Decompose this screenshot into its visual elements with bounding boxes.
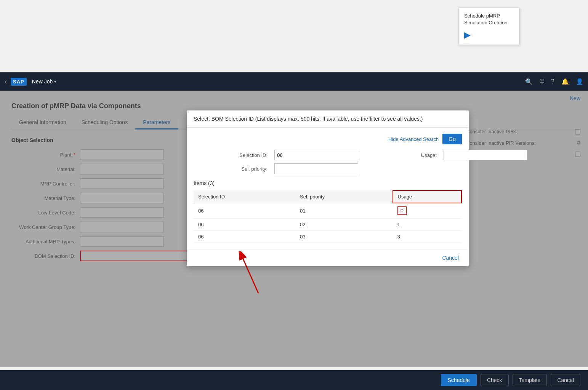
sel-priority-label: Sel. priority: bbox=[194, 166, 270, 172]
modal-footer: Cancel bbox=[187, 249, 469, 266]
nav-title: New Job ▾ bbox=[32, 78, 56, 85]
row1-usage: P bbox=[393, 203, 461, 219]
col-sel-priority: Sel. priority bbox=[295, 190, 393, 203]
tooltip-title: Schedule pMRP Simulation Creation bbox=[464, 13, 514, 26]
table-header-row: Selection ID Sel. priority Usage bbox=[194, 190, 461, 203]
usage-highlighted: P bbox=[397, 206, 407, 215]
items-count: Items (3) bbox=[194, 180, 462, 186]
sel-priority-input[interactable] bbox=[274, 163, 358, 174]
modal-body: Hide Advanced Search Go Selection ID: Us… bbox=[187, 128, 469, 249]
modal-table: Selection ID Sel. priority Usage 06 01 P… bbox=[194, 190, 462, 243]
row3-usage: 3 bbox=[393, 231, 461, 243]
col-selection-id: Selection ID bbox=[194, 190, 295, 203]
table-row[interactable]: 06 02 1 bbox=[194, 219, 461, 231]
modal-dialog: Select: BOM Selection ID (List displays … bbox=[187, 110, 469, 266]
selection-id-input[interactable] bbox=[274, 150, 358, 160]
search-icon[interactable]: 🔍 bbox=[525, 78, 533, 85]
row3-selection-id: 06 bbox=[194, 231, 295, 243]
usage-label: Usage: bbox=[363, 152, 439, 158]
row2-selection-id: 06 bbox=[194, 219, 295, 231]
bottom-cancel-button[interactable]: Cancel bbox=[551, 374, 580, 386]
row3-sel-priority: 03 bbox=[295, 231, 393, 243]
tooltip-arrow-icon: ▶ bbox=[464, 30, 514, 40]
go-button[interactable]: Go bbox=[442, 134, 462, 144]
table-row[interactable]: 06 03 3 bbox=[194, 231, 461, 243]
row1-sel-priority: 01 bbox=[295, 203, 393, 219]
nav-icons: 🔍 © ? 🔔 👤 bbox=[525, 78, 583, 85]
bottom-bar: Schedule Check Template Cancel bbox=[0, 370, 588, 390]
help-icon[interactable]: ? bbox=[551, 78, 554, 85]
usage-input[interactable] bbox=[444, 150, 527, 160]
check-button[interactable]: Check bbox=[481, 374, 509, 386]
template-button[interactable]: Template bbox=[513, 374, 547, 386]
row1-selection-id: 06 bbox=[194, 203, 295, 219]
cancel-button[interactable]: Cancel bbox=[439, 253, 462, 262]
user-icon[interactable]: 👤 bbox=[576, 78, 583, 85]
table-row[interactable]: 06 01 P bbox=[194, 203, 461, 219]
modal-actions-top: Hide Advanced Search Go bbox=[194, 134, 462, 144]
row2-usage: 1 bbox=[393, 219, 461, 231]
col-usage: Usage bbox=[393, 190, 461, 203]
notification-icon[interactable]: 🔔 bbox=[561, 78, 569, 85]
schedule-button[interactable]: Schedule bbox=[441, 374, 477, 386]
modal-header: Select: BOM Selection ID (List displays … bbox=[187, 110, 469, 128]
copyright-icon[interactable]: © bbox=[540, 78, 544, 85]
hide-search-link[interactable]: Hide Advanced Search bbox=[388, 136, 439, 142]
nav-chevron-icon[interactable]: ▾ bbox=[54, 79, 56, 84]
tooltip-card: Schedule pMRP Simulation Creation ▶ bbox=[458, 8, 519, 45]
back-button[interactable]: ‹ bbox=[5, 78, 7, 86]
row2-sel-priority: 02 bbox=[295, 219, 393, 231]
nav-bar: ‹ SAP New Job ▾ 🔍 © ? 🔔 👤 bbox=[0, 72, 588, 91]
nav-title-text: New Job bbox=[32, 78, 53, 85]
selection-id-label: Selection ID: bbox=[194, 152, 270, 158]
search-grid: Selection ID: Usage: Sel. priority: bbox=[194, 150, 462, 174]
sap-logo: SAP bbox=[11, 78, 27, 86]
